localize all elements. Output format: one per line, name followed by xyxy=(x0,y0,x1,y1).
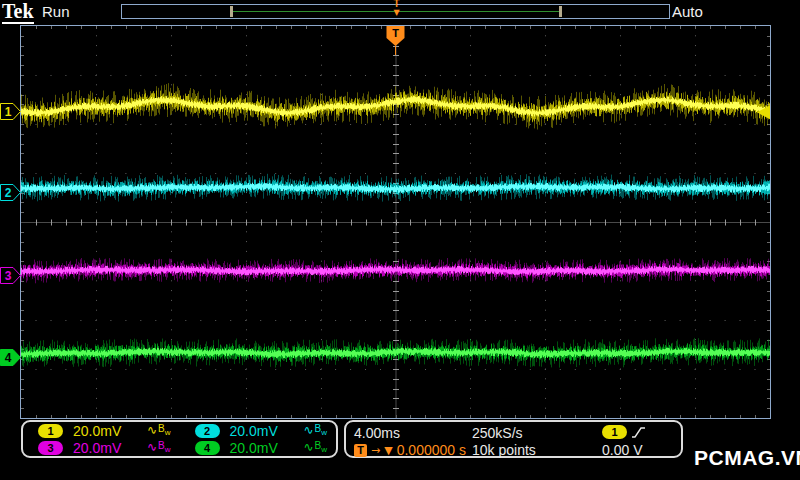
channel-1-badge: 1 xyxy=(38,424,63,438)
trigger-source-badge: 1 xyxy=(602,425,627,439)
channel-4-badge: 4 xyxy=(195,441,220,455)
channel-2-badge: 2 xyxy=(195,424,220,438)
trigger-position-value: 0.000000 s xyxy=(397,442,466,458)
graticule-and-traces: T xyxy=(21,26,770,418)
bandwidth-limit-icon: Bw xyxy=(315,424,327,438)
rising-edge-slope-icon xyxy=(631,426,646,439)
sample-rate: 250kS/s xyxy=(472,425,523,441)
tek-logo: Tek xyxy=(2,0,34,24)
window-right-bracket-icon xyxy=(559,6,562,17)
down-arrow-icon: ▼ xyxy=(388,9,405,17)
trigger-position-marker-label: T xyxy=(392,27,399,39)
horizontal-scale: 4.00ms xyxy=(354,425,400,441)
channel-3-badge: 3 xyxy=(38,441,63,455)
channel-4-position-marker: 4 xyxy=(0,349,21,366)
ac-coupling-icon: ∿ xyxy=(147,424,157,436)
ac-coupling-icon: ∿ xyxy=(304,424,314,436)
channel-3-readout: 3 20.0mV ∿Bw xyxy=(23,439,180,456)
channel-2-scale: 20.0mV xyxy=(230,423,294,439)
channel-2-position-marker: 2 xyxy=(0,184,21,201)
oscilloscope-screen: Tek Run T ▼ Auto T 1 2 3 4 1 20.0m xyxy=(0,0,800,480)
top-status-bar: Tek Run T ▼ Auto xyxy=(0,0,800,25)
svg-text:3: 3 xyxy=(5,269,12,283)
channel-1-position-marker: 1 xyxy=(0,103,21,120)
bandwidth-limit-icon: Bw xyxy=(158,441,170,455)
svg-text:1: 1 xyxy=(5,105,12,119)
waveform-display: T xyxy=(20,25,771,419)
svg-text:2: 2 xyxy=(5,186,12,200)
trigger-level-value: 0.00 V xyxy=(602,442,642,458)
svg-text:4: 4 xyxy=(5,351,12,365)
ac-coupling-icon: ∿ xyxy=(147,441,157,453)
channel-4-scale: 20.0mV xyxy=(230,440,294,456)
channel-readouts-box: 1 20.0mV ∿Bw 2 20.0mV ∿Bw 3 20.0mV ∿Bw 4… xyxy=(21,420,338,458)
right-arrow-icon: → xyxy=(371,444,380,457)
watermark: PCMAG.VN xyxy=(694,446,800,470)
window-left-bracket-icon xyxy=(230,6,233,17)
channel-1-readout: 1 20.0mV ∿Bw xyxy=(23,422,180,439)
trigger-position-stem xyxy=(395,46,396,55)
down-arrow-icon: ▼ xyxy=(384,444,392,457)
bandwidth-limit-icon: Bw xyxy=(315,441,327,455)
acquisition-status: Run xyxy=(42,3,70,20)
channel-1-scale: 20.0mV xyxy=(73,423,137,439)
trigger-mode-status: Auto xyxy=(672,3,703,20)
bandwidth-limit-icon: Bw xyxy=(158,424,170,438)
channel-3-scale: 20.0mV xyxy=(73,440,137,456)
channel-4-readout: 4 20.0mV ∿Bw xyxy=(180,439,337,456)
channel-2-readout: 2 20.0mV ∿Bw xyxy=(180,422,337,439)
ac-coupling-icon: ∿ xyxy=(304,441,314,453)
horizontal-trigger-box: 4.00ms 250kS/s 1 T → ▼ 0.000000 s 10k po… xyxy=(344,420,683,458)
channel-3-position-marker: 3 xyxy=(0,267,21,284)
record-length: 10k points xyxy=(472,442,536,458)
trigger-position-icon: T xyxy=(354,444,367,457)
record-trigger-position-icon: T ▼ xyxy=(388,0,405,17)
